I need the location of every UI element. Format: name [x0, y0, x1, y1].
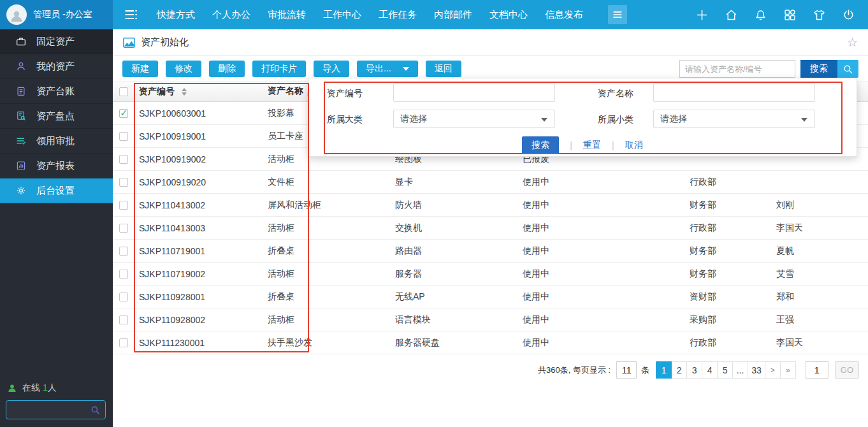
table-row[interactable]: SJKP111230001扶手黑沙发服务器硬盘使用中行政部李国天 [113, 331, 868, 354]
search-icon[interactable] [837, 60, 858, 78]
page-title: 资产初始化 [141, 36, 189, 48]
row-checkbox[interactable] [119, 247, 128, 256]
sidebar-item-label: 领用审批 [36, 135, 75, 147]
more-menu-button[interactable] [608, 5, 627, 24]
power-icon[interactable] [842, 8, 855, 22]
row-checkbox[interactable] [119, 109, 128, 118]
table-row[interactable]: SJKP110719002活动柜服务器使用中财务部艾雪 [113, 263, 868, 286]
sidebar-item[interactable]: 资产盘点 [0, 104, 113, 129]
select-all-checkbox[interactable] [119, 87, 128, 96]
row-checkbox-cell [113, 155, 134, 164]
quick-search: 搜索 [679, 60, 858, 78]
sidebar-item[interactable]: 后台设置 [0, 178, 113, 203]
nav-item[interactable]: 个人办公 [212, 9, 250, 21]
nav-item[interactable]: 审批流转 [268, 9, 306, 21]
nav-item[interactable]: 工作中心 [323, 9, 361, 21]
asset-dept-cell: 行政部 [690, 222, 776, 234]
ledger-icon [15, 85, 27, 97]
row-checkbox[interactable] [119, 338, 128, 347]
go-button[interactable]: GO [835, 361, 859, 379]
page-size-input[interactable]: 11 [616, 361, 637, 379]
quick-search-input[interactable] [679, 60, 795, 78]
row-checkbox[interactable] [119, 201, 128, 210]
page-button[interactable]: 4 [702, 361, 718, 379]
subcategory-select[interactable]: 请选择 [653, 110, 815, 128]
asset-code-cell: SJKP110413003 [134, 223, 268, 233]
row-checkbox-cell [113, 338, 134, 347]
back-button[interactable]: 返回 [426, 61, 461, 77]
notifications-icon[interactable] [754, 8, 767, 22]
asset-code-cell: SJKP110928002 [134, 315, 268, 325]
nav-item[interactable]: 文档中心 [489, 9, 528, 21]
page-button[interactable]: 33 [748, 361, 765, 379]
nav-item[interactable]: 信息发布 [545, 9, 583, 21]
asset-name-field[interactable] [653, 83, 815, 102]
sidebar-search-icon[interactable] [90, 405, 101, 416]
sidebar-item[interactable]: 资产报表 [0, 154, 113, 178]
row-checkbox[interactable] [119, 224, 128, 233]
next-page-button[interactable]: > [765, 361, 781, 379]
asset-dept-cell: 资财部 [690, 291, 776, 303]
sidebar-item[interactable]: 我的资产 [0, 54, 113, 79]
add-icon[interactable] [695, 8, 709, 22]
app-window: 管理员 -办公室 快捷方式个人办公审批流转工作中心工作任务内部邮件文档中心信息发… [0, 0, 868, 427]
asset-user-cell: 王强 [776, 314, 868, 326]
collapse-menu-icon[interactable] [123, 6, 140, 23]
table-row[interactable]: SJKP110719001折叠桌路由器使用中财务部夏帆 [113, 240, 868, 263]
asset-status-cell: 使用中 [523, 199, 690, 211]
user-menu[interactable]: 管理员 -办公室 [0, 0, 113, 29]
asset-code-field[interactable] [393, 83, 555, 102]
nav-item[interactable]: 工作任务 [379, 9, 417, 21]
last-page-button[interactable]: » [780, 361, 796, 379]
sidebar-item-label: 我的资产 [36, 61, 75, 73]
toolbar-button[interactable]: 删除 [209, 61, 245, 77]
apps-icon[interactable] [783, 8, 797, 22]
quick-search-button[interactable]: 搜索 [800, 60, 837, 78]
toolbar-button[interactable]: 打印卡片 [252, 61, 306, 77]
asset-code-cell: SJKP110413002 [134, 200, 268, 210]
export-button[interactable]: 导出... [357, 61, 418, 77]
asset-user-cell: 夏帆 [776, 245, 868, 257]
assets-icon [15, 36, 27, 47]
online-label: 在线 [22, 382, 40, 394]
online-status: 在线 1人 [6, 382, 106, 394]
toolbar-button[interactable]: 修改 [166, 61, 201, 77]
panel-cancel-button[interactable]: 取消 [625, 140, 643, 151]
sidebar-item[interactable]: 资产台账 [0, 79, 113, 104]
asset-status-cell: 使用中 [523, 337, 690, 349]
row-checkbox[interactable] [119, 178, 128, 187]
table-row[interactable]: SJKP100919020文件柜显卡使用中行政部 [113, 171, 868, 194]
page-icon [123, 38, 135, 48]
toolbar-button[interactable]: 新建 [122, 61, 158, 77]
nav-item[interactable]: 内部邮件 [434, 9, 472, 21]
page-button[interactable]: 2 [671, 361, 687, 379]
table-row[interactable]: SJKP110928001折叠桌无线AP使用中资财部郑和 [113, 286, 868, 308]
page-button[interactable]: 1 [656, 361, 672, 379]
theme-icon[interactable] [813, 8, 826, 22]
toolbar-button[interactable]: 导入 [314, 61, 349, 77]
chevron-down-icon [541, 118, 547, 122]
row-checkbox-cell [113, 109, 134, 118]
panel-reset-button[interactable]: 重置 [583, 140, 601, 151]
sidebar-item-label: 资产盘点 [36, 110, 75, 122]
row-checkbox[interactable] [119, 315, 128, 324]
main-nav: 快捷方式个人办公审批流转工作中心工作任务内部邮件文档中心信息发布 [113, 0, 627, 29]
row-checkbox[interactable] [119, 270, 128, 279]
nav-item[interactable]: 快捷方式 [157, 9, 195, 21]
row-checkbox[interactable] [119, 293, 128, 301]
sort-icon[interactable] [182, 88, 187, 96]
home-icon[interactable] [725, 8, 738, 22]
sidebar-item[interactable]: 领用审批 [0, 129, 113, 154]
row-checkbox[interactable] [119, 132, 128, 141]
page-button[interactable]: 5 [717, 361, 733, 379]
sidebar-item[interactable]: 固定资产 [0, 29, 113, 54]
goto-page-input[interactable]: 1 [806, 361, 828, 379]
row-checkbox[interactable] [119, 155, 128, 164]
favorite-star-icon[interactable]: ☆ [847, 36, 858, 48]
panel-search-button[interactable]: 搜索 [522, 136, 559, 154]
table-row[interactable]: SJKP110413003活动柜交换机使用中行政部李国天 [113, 217, 868, 240]
category-select[interactable]: 请选择 [393, 110, 555, 128]
page-button[interactable]: 3 [686, 361, 702, 379]
table-row[interactable]: SJKP110928002活动柜语言模块使用中采购部王强 [113, 308, 868, 331]
table-row[interactable]: SJKP110413002屏风和活动柜防火墙使用中财务部刘刚 [113, 194, 868, 217]
